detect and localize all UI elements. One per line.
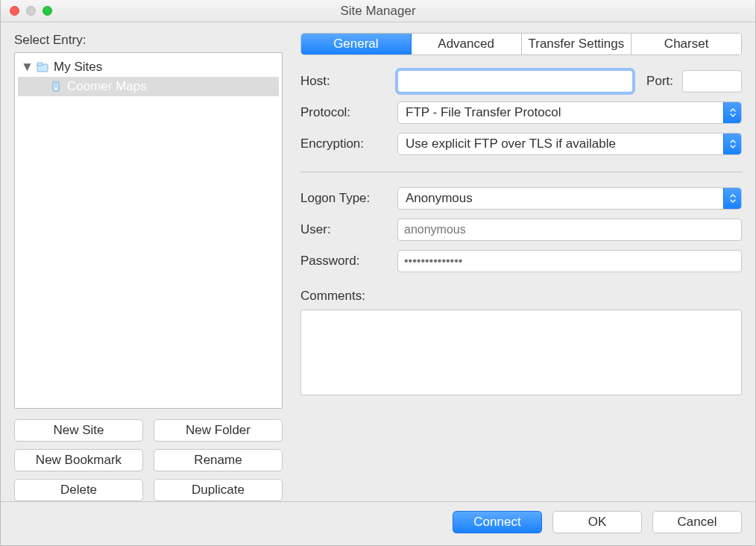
chevron-updown-icon bbox=[723, 188, 741, 209]
encryption-label: Encryption: bbox=[300, 136, 388, 151]
new-site-button[interactable]: New Site bbox=[14, 419, 143, 442]
tree-item-coomer-maps[interactable]: Coomer Maps bbox=[18, 77, 279, 96]
tree-item-label: Coomer Maps bbox=[67, 79, 147, 94]
logon-type-select[interactable]: Anonymous bbox=[397, 187, 742, 210]
minimize-icon bbox=[26, 6, 36, 16]
ok-button[interactable]: OK bbox=[552, 511, 642, 533]
entry-buttons: New Site New Folder New Bookmark Rename … bbox=[14, 419, 283, 501]
chevron-updown-icon bbox=[723, 134, 741, 154]
chevron-updown-icon bbox=[723, 102, 741, 123]
protocol-value: FTP - File Transfer Protocol bbox=[406, 105, 561, 120]
svg-rect-1 bbox=[37, 63, 42, 66]
delete-button[interactable]: Delete bbox=[14, 479, 143, 501]
host-input[interactable] bbox=[397, 70, 633, 92]
protocol-label: Protocol: bbox=[300, 105, 388, 120]
titlebar: Site Manager bbox=[1, 0, 755, 22]
encryption-value: Use explicit FTP over TLS if available bbox=[406, 136, 616, 151]
tab-general[interactable]: General bbox=[301, 34, 412, 54]
site-manager-dialog: Site Manager Select Entry: ▼ My Sites bbox=[0, 0, 756, 546]
logon-type-value: Anonymous bbox=[406, 191, 473, 206]
comments-label: Comments: bbox=[300, 289, 742, 304]
entry-pane: Select Entry: ▼ My Sites bbox=[14, 33, 283, 501]
tab-transfer[interactable]: Transfer Settings bbox=[522, 34, 632, 54]
tab-advanced[interactable]: Advanced bbox=[412, 34, 522, 54]
select-entry-label: Select Entry: bbox=[14, 33, 283, 48]
connect-button[interactable]: Connect bbox=[453, 511, 542, 533]
tab-charset[interactable]: Charset bbox=[631, 34, 741, 54]
logon-type-label: Logon Type: bbox=[300, 191, 388, 206]
settings-pane: General Advanced Transfer Settings Chars… bbox=[300, 33, 742, 501]
close-icon[interactable] bbox=[10, 6, 19, 16]
dialog-footer: Connect OK Cancel bbox=[1, 501, 755, 545]
tree-root-label: My Sites bbox=[54, 60, 102, 75]
window-title: Site Manager bbox=[1, 4, 755, 19]
server-icon bbox=[49, 80, 63, 93]
password-label: Password: bbox=[300, 254, 388, 269]
new-folder-button[interactable]: New Folder bbox=[154, 419, 283, 442]
rename-button[interactable]: Rename bbox=[154, 449, 283, 471]
protocol-select[interactable]: FTP - File Transfer Protocol bbox=[397, 101, 742, 124]
cancel-button[interactable]: Cancel bbox=[652, 511, 742, 533]
duplicate-button[interactable]: Duplicate bbox=[154, 479, 283, 501]
disclosure-triangle-icon[interactable]: ▼ bbox=[21, 60, 31, 75]
port-label: Port: bbox=[646, 74, 673, 89]
port-input[interactable] bbox=[682, 70, 742, 92]
site-tree[interactable]: ▼ My Sites bbox=[14, 52, 283, 409]
settings-tabs: General Advanced Transfer Settings Chars… bbox=[300, 33, 742, 55]
comments-textarea[interactable] bbox=[300, 310, 742, 395]
separator bbox=[300, 172, 742, 172]
tree-root-my-sites[interactable]: ▼ My Sites bbox=[18, 57, 279, 77]
user-label: User: bbox=[300, 222, 388, 237]
user-input bbox=[397, 219, 742, 241]
zoom-icon[interactable] bbox=[42, 6, 52, 16]
password-input bbox=[397, 250, 742, 272]
new-bookmark-button[interactable]: New Bookmark bbox=[14, 449, 143, 471]
host-label: Host: bbox=[300, 74, 388, 89]
folder-icon bbox=[36, 60, 49, 74]
window-controls bbox=[10, 6, 52, 16]
encryption-select[interactable]: Use explicit FTP over TLS if available bbox=[397, 133, 742, 155]
